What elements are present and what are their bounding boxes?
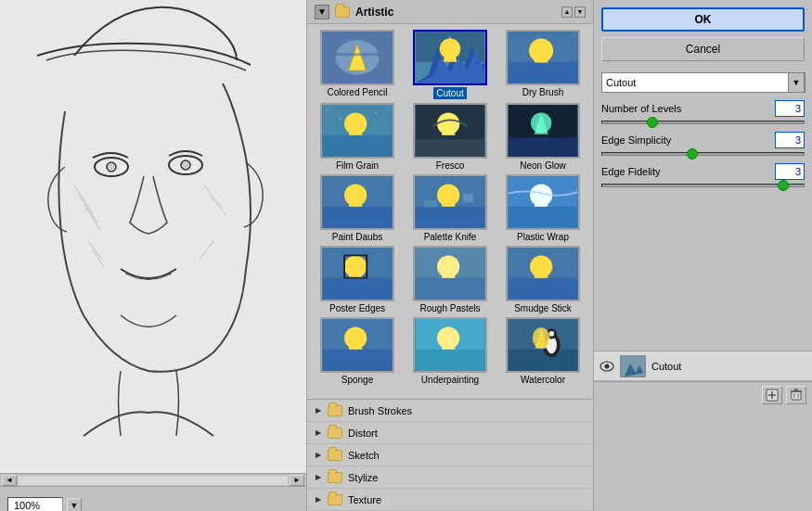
delete-layer-btn[interactable]: [786, 386, 806, 404]
category-label: Brush Strokes: [348, 405, 412, 416]
filter-item-poster-edges[interactable]: Poster Edges: [316, 246, 398, 313]
filter-row-2: Film Grain Fresco: [311, 103, 589, 171]
filter-label-smudge-stick: Smudge Stick: [514, 303, 572, 313]
param-edge-simplicity-thumb[interactable]: [687, 148, 698, 160]
svg-rect-66: [509, 278, 578, 300]
filter-item-underpainting[interactable]: Underpainting: [409, 317, 491, 385]
svg-rect-70: [323, 350, 393, 371]
layers-toolbar: [594, 381, 812, 407]
controls-panel: OK Cancel Cutout ▼ Number of Levels Edge…: [594, 0, 812, 511]
expand-icon: ▶: [315, 474, 322, 481]
filter-thumb-film-grain: [320, 103, 394, 159]
layer-row-cutout[interactable]: Cutout: [594, 351, 812, 381]
svg-rect-33: [375, 111, 377, 113]
spacer: [594, 191, 812, 351]
filter-item-plastic-wrap[interactable]: Plastic Wrap: [502, 174, 584, 242]
scroll-up-btn[interactable]: ▲: [561, 6, 573, 18]
svg-rect-44: [323, 207, 393, 228]
filter-label-colored-pencil: Colored Pencil: [327, 87, 387, 97]
collapse-gallery-btn[interactable]: ▼: [315, 5, 329, 19]
sketch-image: [0, 0, 306, 473]
zoom-input[interactable]: [7, 497, 63, 511]
filter-label-film-grain: Film Grain: [336, 160, 379, 171]
scroll-left-btn[interactable]: ◄: [2, 475, 17, 486]
zoom-dropdown-btn[interactable]: ▼: [67, 498, 82, 511]
zoom-bar: ▼: [0, 486, 306, 511]
h-scrollbar[interactable]: ◄ ►: [0, 473, 306, 486]
param-edge-fidelity-header: Edge Fidelity: [601, 163, 805, 180]
filter-item-palette-knife[interactable]: Palette Knife: [409, 174, 491, 242]
cancel-button[interactable]: Cancel: [601, 37, 805, 61]
scroll-right-btn[interactable]: ►: [290, 475, 304, 486]
category-list: ▶ Brush Strokes ▶ Distort ▶ Sketch ▶ Sty…: [307, 399, 593, 511]
filter-label-poster-edges: Poster Edges: [329, 303, 385, 313]
filter-item-neon-glow[interactable]: Neon Glow: [502, 103, 584, 171]
svg-rect-51: [424, 200, 437, 207]
action-buttons: OK Cancel: [594, 0, 812, 69]
param-edge-simplicity-value[interactable]: [775, 132, 805, 148]
param-levels-label: Number of Levels: [601, 103, 681, 114]
filter-row-4: Poster Edges Rough Pastels: [311, 246, 589, 313]
filter-thumb-palette-knife: [413, 174, 487, 230]
filter-label-cutout: Cutout: [433, 87, 466, 99]
add-layer-btn[interactable]: [762, 386, 782, 404]
filter-item-rough-pastels[interactable]: Rough Pastels: [409, 246, 491, 313]
param-edge-fidelity-value[interactable]: [775, 163, 805, 180]
filter-label-neon-glow: Neon Glow: [520, 160, 565, 171]
category-distort[interactable]: ▶ Distort: [307, 422, 593, 444]
filter-item-fresco[interactable]: Fresco: [409, 103, 491, 171]
svg-point-86: [605, 364, 610, 368]
folder-icon: [328, 494, 342, 505]
filter-thumb-fresco: [413, 103, 487, 159]
filter-item-colored-pencil[interactable]: Colored Pencil: [316, 30, 398, 99]
filter-thumb-colored-pencil: [320, 30, 394, 85]
filter-row-1: Colored Pencil Cutout: [311, 30, 589, 99]
filter-thumb-rough-pastels: [413, 246, 487, 301]
param-edge-fidelity: Edge Fidelity: [601, 163, 805, 187]
filter-item-cutout[interactable]: Cutout: [409, 30, 491, 99]
category-label: Distort: [348, 428, 378, 439]
filter-item-film-grain[interactable]: Film Grain: [316, 103, 398, 171]
filter-label-plastic-wrap: Plastic Wrap: [517, 232, 569, 242]
category-label: Texture: [348, 494, 381, 505]
param-levels-value[interactable]: [775, 100, 805, 117]
folder-icon: [328, 405, 342, 416]
category-texture[interactable]: ▶ Texture: [307, 489, 593, 511]
filter-item-paint-daubs[interactable]: Paint Daubs: [316, 174, 398, 242]
category-stylize[interactable]: ▶ Stylize: [307, 466, 593, 489]
category-sketch[interactable]: ▶ Sketch: [307, 444, 593, 466]
svg-rect-74: [416, 350, 485, 371]
param-edge-fidelity-thumb[interactable]: [778, 180, 789, 191]
expand-icon: ▶: [315, 452, 322, 459]
param-edge-fidelity-track: [601, 184, 805, 187]
filter-item-sponge[interactable]: Sponge: [316, 317, 398, 385]
layers-panel: Cutout: [594, 351, 812, 511]
param-levels-track: [601, 121, 805, 124]
scroll-down-btn[interactable]: ▼: [574, 6, 586, 18]
category-label: Sketch: [348, 450, 380, 461]
filter-label-sponge: Sponge: [342, 375, 373, 385]
filter-thumb-plastic-wrap: [506, 174, 580, 230]
preview-panel: ◄ ► ▼: [0, 0, 306, 511]
svg-rect-62: [416, 278, 485, 300]
filter-label-underpainting: Underpainting: [421, 375, 479, 385]
filter-thumb-cutout: [413, 30, 487, 85]
svg-rect-54: [509, 207, 578, 228]
ok-button[interactable]: OK: [601, 7, 805, 32]
param-edge-simplicity-track: [601, 152, 805, 156]
filter-item-watercolor[interactable]: Watercolor: [502, 317, 584, 385]
filter-item-dry-brush[interactable]: Dry Brush: [502, 30, 584, 99]
filter-item-smudge-stick[interactable]: Smudge Stick: [502, 246, 584, 313]
filter-dropdown[interactable]: Cutout: [601, 72, 806, 93]
svg-rect-48: [416, 207, 485, 228]
layer-visibility-icon[interactable]: [599, 360, 614, 373]
category-brush-strokes[interactable]: ▶ Brush Strokes: [307, 400, 593, 422]
param-levels-thumb[interactable]: [647, 117, 658, 128]
filter-thumb-smudge-stick: [506, 246, 580, 301]
filter-label-dry-brush: Dry Brush: [522, 87, 563, 97]
folder-icon: [328, 450, 342, 461]
folder-icon: [335, 6, 350, 18]
filter-thumb-sponge: [320, 317, 394, 373]
param-edge-fidelity-label: Edge Fidelity: [601, 166, 661, 177]
param-edge-simplicity-label: Edge Simplicity: [601, 134, 671, 146]
